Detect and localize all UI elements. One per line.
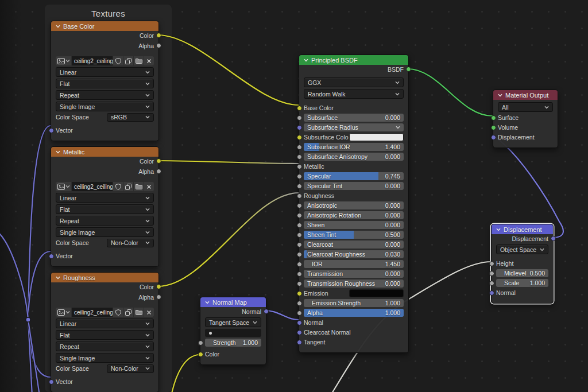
image-name-field[interactable]: ceiling2_ceiling2_...	[72, 56, 113, 65]
uv-map-field[interactable]	[205, 329, 261, 337]
copy-image-button[interactable]	[123, 308, 133, 317]
node-tex-base-color[interactable]: Base ColorColorAlphaceiling2_ceiling2_..…	[51, 21, 159, 141]
midlevel-input-socket[interactable]	[489, 271, 494, 276]
fake-user-button[interactable]	[113, 56, 123, 65]
displacement-input-socket[interactable]	[491, 135, 496, 140]
slider-subsurface[interactable]: Subsurface0.000	[304, 114, 404, 122]
tangent-input-socket[interactable]	[297, 340, 302, 345]
strength-input-socket[interactable]	[198, 340, 203, 346]
normal-input-socket[interactable]	[297, 320, 302, 325]
image-browse-button[interactable]	[56, 56, 71, 65]
normal-input-socket[interactable]	[489, 290, 494, 296]
dropdown-single-image[interactable]: Single Image	[56, 353, 154, 363]
vector-input-socket[interactable]	[49, 379, 54, 385]
alpha-output-socket[interactable]	[156, 43, 161, 48]
number-field-scale[interactable]: Scale1.000	[496, 279, 548, 287]
transmission-input-socket[interactable]	[297, 271, 302, 277]
subsurface-anisotropy-input-socket[interactable]	[297, 154, 302, 160]
image-browse-button[interactable]	[56, 308, 71, 317]
reroute-node[interactable]	[26, 317, 30, 322]
color-swatch-emission[interactable]	[349, 289, 404, 297]
subsurface-input-socket[interactable]	[297, 115, 302, 121]
vector-input-socket[interactable]	[49, 128, 54, 133]
clearcoat-normal-input-socket[interactable]	[297, 330, 302, 335]
slider-specular-tint[interactable]: Specular Tint0.000	[304, 182, 404, 190]
node-normal-map[interactable]: Normal MapNormalTangent SpaceStrength1.0…	[200, 297, 266, 365]
node-tex-metallic[interactable]: MetallicColorAlphaceiling2_ceiling2_...L…	[51, 146, 159, 267]
copy-image-button[interactable]	[123, 56, 133, 65]
displacement-output-socket[interactable]	[551, 236, 556, 241]
base-color-input-socket[interactable]	[297, 106, 302, 111]
slider-subsurface-anisotropy[interactable]: Subsurface Anisotropy0.000	[304, 153, 404, 161]
copy-image-button[interactable]	[123, 182, 133, 191]
node-principled-bsdf-header[interactable]: Principled BSDF	[299, 55, 408, 65]
clearcoat-input-socket[interactable]	[297, 242, 302, 247]
height-input-socket[interactable]	[489, 261, 494, 266]
dropdown-non-color[interactable]: Non-Color	[107, 239, 154, 247]
open-image-button[interactable]	[134, 308, 144, 317]
bsdf-output-socket[interactable]	[406, 67, 411, 72]
node-tex-metallic-header[interactable]: Metallic	[51, 147, 158, 157]
transmission-roughness-input-socket[interactable]	[297, 281, 302, 286]
color-output-socket[interactable]	[156, 33, 161, 38]
dropdown-repeat[interactable]: Repeat	[56, 341, 154, 351]
dropdown-object-space[interactable]: Object Space	[496, 244, 548, 254]
emission-strength-input-socket[interactable]	[297, 301, 302, 306]
anisotropic-rotation-input-socket[interactable]	[297, 213, 302, 218]
open-image-button[interactable]	[134, 56, 144, 65]
open-image-button[interactable]	[134, 182, 144, 191]
vector-dropdown-subsurface-radius[interactable]: Subsurface Radius	[304, 123, 404, 131]
slider-sheen-tint[interactable]: Sheen Tint0.500	[304, 231, 404, 239]
unlink-image-button[interactable]	[144, 56, 154, 65]
dropdown-flat[interactable]: Flat	[56, 204, 154, 214]
dropdown-single-image[interactable]: Single Image	[56, 227, 154, 237]
dropdown-flat[interactable]: Flat	[56, 330, 154, 340]
sheen-input-socket[interactable]	[297, 223, 302, 228]
subsurface-radius-input-socket[interactable]	[297, 125, 302, 130]
vector-input-socket[interactable]	[49, 254, 54, 259]
dropdown-non-color[interactable]: Non-Color	[107, 364, 154, 373]
slider-alpha[interactable]: Alpha1.000	[304, 309, 404, 317]
slider-subsurface-ior[interactable]: Subsurface IOR1.400	[304, 143, 404, 151]
roughness-input-socket[interactable]	[297, 193, 302, 199]
node-editor-canvas[interactable]: Textures Base ColorColorAlphaceiling2_ce…	[0, 0, 588, 392]
alpha-output-socket[interactable]	[156, 169, 161, 174]
node-normal-map-header[interactable]: Normal Map	[200, 297, 266, 307]
slider-clearcoat-roughness[interactable]: Clearcoat Roughness0.030	[304, 250, 404, 258]
ior-input-socket[interactable]	[297, 262, 302, 267]
surface-input-socket[interactable]	[491, 115, 496, 121]
metallic-input-socket[interactable]	[297, 164, 302, 169]
clearcoat-roughness-input-socket[interactable]	[297, 252, 302, 257]
dropdown-linear[interactable]: Linear	[56, 319, 154, 328]
slider-transmission-roughness[interactable]: Transmission Roughness0.000	[304, 280, 404, 288]
dropdown-all[interactable]: All	[498, 102, 553, 112]
normal-output-socket[interactable]	[264, 309, 269, 314]
color-output-socket[interactable]	[156, 284, 161, 289]
dropdown-linear[interactable]: Linear	[56, 193, 154, 203]
node-displacement[interactable]: DisplacementDisplacementObject SpaceHeig…	[491, 224, 554, 304]
unlink-image-button[interactable]	[144, 308, 154, 317]
dropdown-repeat[interactable]: Repeat	[56, 216, 154, 226]
dropdown-srgb[interactable]: sRGB	[107, 113, 154, 122]
node-tex-base-color-header[interactable]: Base Color	[51, 21, 158, 31]
image-name-field[interactable]: ceiling2_ceiling2_...	[72, 308, 113, 317]
subsurface-colo-input-socket[interactable]	[297, 135, 302, 140]
unlink-image-button[interactable]	[144, 182, 154, 191]
fake-user-button[interactable]	[113, 182, 123, 191]
image-browse-button[interactable]	[56, 182, 71, 191]
slider-clearcoat[interactable]: Clearcoat0.000	[304, 240, 404, 249]
alpha-input-socket[interactable]	[297, 311, 302, 316]
sheen-tint-input-socket[interactable]	[297, 232, 302, 238]
node-principled-bsdf[interactable]: Principled BSDFBSDFGGXRandom WalkBase Co…	[299, 55, 409, 353]
dropdown-tangent-space[interactable]: Tangent Space	[205, 317, 261, 327]
node-tex-roughness[interactable]: RoughnessColorAlphaceiling2_ceiling2_...…	[51, 272, 159, 392]
fake-user-button[interactable]	[113, 308, 123, 317]
emission-input-socket[interactable]	[297, 291, 302, 296]
node-displacement-header[interactable]: Displacement	[492, 224, 553, 234]
specular-input-socket[interactable]	[297, 174, 302, 179]
image-name-field[interactable]: ceiling2_ceiling2_...	[72, 182, 113, 191]
number-field-midlevel[interactable]: Midlevel0.500	[496, 269, 548, 277]
anisotropic-input-socket[interactable]	[297, 203, 302, 208]
scale-input-socket[interactable]	[489, 281, 494, 286]
slider-anisotropic-rotation[interactable]: Anisotropic Rotation0.000	[304, 211, 404, 219]
